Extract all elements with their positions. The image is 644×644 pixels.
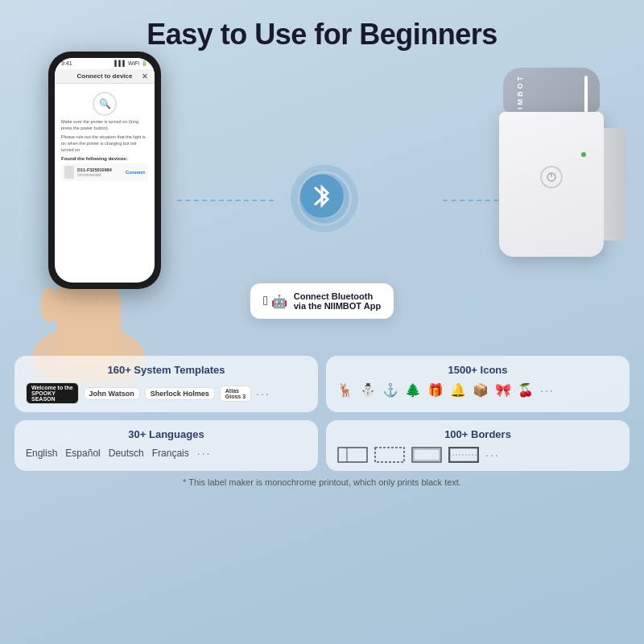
signal-waves [284,159,365,239]
phone-body: 🔍 Make sure the printer is turned on (lo… [55,84,155,283]
printer-top-cap: NIIMBOT [503,68,600,112]
borders-more: ··· [485,448,500,461]
phone-device-status: Unconnected [77,172,126,177]
border-sample-1 [337,447,368,463]
phone-signal: ▌▌▌ WiFi 🔋 [114,60,148,67]
languages-card: 30+ Languages English Español Deutsch Fr… [14,420,318,471]
printer-main-body [499,112,604,257]
phone-mockup: 9:41 ▌▌▌ WiFi 🔋 Connect to device ✕ 🔍 Ma… [16,43,193,333]
svg-rect-14 [338,448,367,462]
bluetooth-area: ✗ [300,175,344,218]
printer-led [581,152,586,157]
lang-german: Deutsch [109,448,144,459]
phone-device-list: Found the following devices: D11-F325010… [61,156,148,181]
borders-card: 100+ Borders ··· [326,420,630,471]
phone-header-title: Connect to device [77,72,133,80]
phone-frame: 9:41 ▌▌▌ WiFi 🔋 Connect to device ✕ 🔍 Ma… [48,52,161,289]
border-sample-4 [448,447,479,463]
footnote: * This label maker is monochrome printou… [0,471,644,490]
phone-close-btn[interactable]: ✕ [142,72,148,80]
phone-screen: 9:41 ▌▌▌ WiFi 🔋 Connect to device ✕ 🔍 Ma… [55,58,155,283]
features-grid: 160+ System Templates Welcome to theSPOO… [0,356,644,471]
phone-time: 9:41 [61,60,72,67]
border-sample-2 [374,447,405,463]
icon-deer: 🦌 [337,382,353,398]
icons-row: 🦌 ⛄ ⚓ 🌲 🎁 🔔 📦 🎀 🍒 ··· [337,382,618,398]
icon-anchor: ⚓ [382,382,398,398]
icons-card: 1500+ Icons 🦌 ⛄ ⚓ 🌲 🎁 🔔 📦 🎀 🍒 ··· [326,356,630,412]
icon-box: 📦 [473,382,489,398]
template-atlas: AtlasGloss 3 [220,386,251,402]
lang-french: Français [152,448,189,459]
connect-box:  🤖 Connect Bluetoothvia the NIIMBOT App [250,283,394,319]
lang-english: English [26,448,57,459]
icons-title: 1500+ Icons [337,364,618,376]
apple-icon:  [263,294,268,309]
phone-header: Connect to device ✕ [55,69,155,84]
icon-snowman: ⛄ [360,382,376,398]
languages-title: 30+ Languages [26,428,307,440]
icon-cherry: 🍒 [518,382,534,398]
svg-rect-16 [375,448,404,462]
lang-spanish: Español [65,448,100,459]
hero-section: 9:41 ▌▌▌ WiFi 🔋 Connect to device ✕ 🔍 Ma… [0,52,644,349]
icon-bow: 🎀 [495,382,511,398]
printer-strap [604,128,626,241]
connect-box-icons:  🤖 [263,294,287,309]
languages-more: ··· [197,447,212,460]
templates-card: 160+ System Templates Welcome to theSPOO… [14,356,318,412]
borders-title: 100+ Borders [337,428,618,440]
phone-status-bar: 9:41 ▌▌▌ WiFi 🔋 [55,58,155,69]
phone-device-item: D11-F325010984 Unconnected Connect [61,163,148,181]
template-spooky: Welcome to theSPOOKYSEASON [26,382,79,404]
svg-point-6 [40,287,60,323]
phone-connect-button[interactable]: Connect [126,170,145,175]
phone-device-icon [64,166,74,179]
svg-point-11 [302,176,347,221]
phone-found-label: Found the following devices: [61,156,148,161]
phone-instruction-sub: Please rule out the situation that the l… [61,134,148,153]
template-john: John Watson [84,387,140,400]
svg-rect-17 [412,448,441,462]
printer-body: NIIMBOT [499,68,604,257]
template-sherlock: Sherlock Holmes [145,387,215,400]
svg-rect-18 [414,449,440,460]
border-sample-3 [411,447,442,463]
connection-line-left [177,200,274,201]
printer-label-slot [584,76,588,116]
power-icon [546,171,557,183]
printer-device: NIIMBOT [483,68,620,325]
printer-power-button[interactable] [540,166,563,188]
phone-instruction: Make sure the printer is turned on (long… [61,119,148,131]
phone-search-circle: 🔍 [93,92,117,116]
android-icon: 🤖 [271,294,287,309]
search-icon: 🔍 [99,98,111,109]
icon-bell: 🔔 [450,382,466,398]
templates-more: ··· [256,387,270,400]
templates-title: 160+ System Templates [26,364,307,376]
icon-tree: 🌲 [405,382,421,398]
icons-more: ··· [540,384,555,397]
languages-row: English Español Deutsch Français ··· [26,447,307,460]
icon-gift: 🎁 [427,382,444,398]
templates-items: Welcome to theSPOOKYSEASON John Watson S… [26,382,307,404]
connect-box-text: Connect Bluetoothvia the NIIMBOT App [294,291,381,311]
borders-row: ··· [337,447,618,463]
